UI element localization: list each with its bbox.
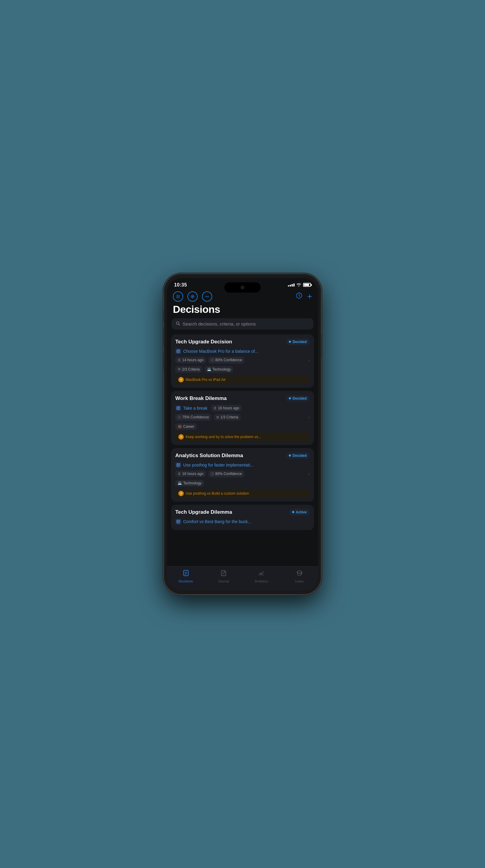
tab-decisions-label: Decisions bbox=[179, 579, 193, 583]
camera-notch bbox=[224, 282, 261, 292]
toolbar-right: + bbox=[296, 292, 312, 301]
svg-point-6 bbox=[208, 296, 209, 297]
chosen-option-2: Take a break 🗓 16 hours ago bbox=[175, 405, 310, 411]
tab-bar: Decisions Journal bbox=[167, 566, 318, 590]
page-wrapper: 10:35 bbox=[0, 0, 485, 868]
card-header-3: Analytics Solution Dilemma Decided bbox=[175, 452, 310, 459]
volume-up-button bbox=[163, 328, 164, 346]
chosen-option-3: Use posthog for faster implementati... bbox=[175, 462, 310, 468]
chosen-text-4: Comfort vs Best Bang for the buck... bbox=[183, 519, 251, 524]
criteria-icon-2: ⚙ bbox=[216, 415, 219, 419]
time-chip-3: 🗓 16 hours ago bbox=[175, 470, 206, 477]
confidence-chip-3: ⓘ 80% Confidence bbox=[208, 470, 244, 477]
tab-journal-label: Journal bbox=[218, 579, 229, 583]
info-icon-3: ⓘ bbox=[211, 472, 214, 476]
bottom-spacer bbox=[167, 561, 318, 566]
tags-row-3: 💻 Technology bbox=[175, 480, 310, 487]
calendar-icon-1: 🗓 bbox=[178, 358, 181, 362]
card-title-3: Analytics Solution Dilemma bbox=[175, 453, 243, 459]
power-button bbox=[321, 334, 322, 359]
badge-label-4: Active bbox=[296, 510, 307, 514]
svg-point-4 bbox=[205, 296, 206, 297]
chosen-option-1: Choose MacBook Pro for a balance of... bbox=[175, 348, 310, 354]
confidence-label-3: 80% Confidence bbox=[215, 472, 242, 476]
toolbar-left bbox=[173, 291, 212, 302]
category-label-3: Technology bbox=[183, 481, 202, 485]
criteria-icon-1: ⚙ bbox=[178, 367, 181, 371]
app-content[interactable]: + Decisions bbox=[167, 290, 318, 566]
tab-learn[interactable]: Learn bbox=[289, 570, 310, 583]
status-badge-2: Decided bbox=[286, 395, 310, 402]
confidence-label-2: 75% Confidence bbox=[182, 415, 209, 419]
status-badge-4: Active bbox=[289, 509, 310, 516]
search-placeholder-text: Search decisions, criteria, or options bbox=[182, 321, 256, 327]
status-badge-3: Decided bbox=[286, 452, 310, 459]
decision-card-4[interactable]: Tech Upgrade Dilemma Active bbox=[171, 505, 314, 530]
category-icon-2: 💼 bbox=[178, 425, 182, 428]
decision-card-3[interactable]: Analytics Solution Dilemma Decided bbox=[171, 448, 314, 502]
confidence-chip-2: ⓘ 75% Confidence bbox=[175, 414, 211, 421]
options-text-1: MacBook Pro vs iPad Air bbox=[186, 378, 226, 382]
tab-analytics-icon bbox=[258, 570, 265, 578]
search-container: Search decisions, criteria, or options bbox=[167, 318, 318, 334]
time-label-2: 16 hours ago bbox=[218, 406, 239, 410]
meta-row-1: 🗓 14 hours ago ⓘ 80% Confidence › bbox=[175, 357, 310, 364]
badge-dot-3 bbox=[289, 455, 291, 457]
settings-icon[interactable] bbox=[188, 291, 198, 302]
time-chip-1: 🗓 14 hours ago bbox=[175, 357, 206, 363]
calendar-icon-3: 🗓 bbox=[178, 472, 181, 475]
options-icon-1: ⚡ bbox=[178, 377, 184, 382]
svg-point-3 bbox=[192, 296, 193, 297]
history-icon[interactable] bbox=[296, 292, 303, 301]
tab-learn-icon bbox=[296, 570, 303, 578]
options-icon-3: ⚡ bbox=[178, 491, 184, 496]
add-icon[interactable]: + bbox=[307, 292, 312, 301]
tab-journal[interactable]: Journal bbox=[213, 570, 234, 583]
chosen-text-2: Take a break bbox=[183, 406, 207, 410]
criteria-label-2: 1/3 Criteria bbox=[220, 415, 238, 419]
confidence-chip-1: ⓘ 80% Confidence bbox=[208, 357, 244, 364]
chosen-icon-4 bbox=[175, 519, 181, 525]
confidence-label-1: 80% Confidence bbox=[215, 358, 242, 362]
tab-analytics[interactable]: Analytics bbox=[251, 570, 272, 583]
tab-decisions-icon bbox=[182, 570, 189, 578]
status-time: 10:35 bbox=[174, 282, 187, 288]
chevron-icon-1: › bbox=[308, 358, 310, 363]
decision-card-1[interactable]: Tech Upgrade Decision Decided bbox=[171, 334, 314, 388]
tab-decisions[interactable]: Decisions bbox=[175, 570, 197, 583]
category-chip-1: 💻 Technology bbox=[205, 366, 233, 373]
category-icon-3: 💻 bbox=[178, 481, 182, 485]
phone-screen: 10:35 bbox=[167, 278, 318, 590]
options-row-3: ⚡ Use posthog vs Build a custom solution bbox=[175, 489, 310, 498]
decision-card-2[interactable]: Work Break Dilemma Decided bbox=[171, 391, 314, 445]
more-icon[interactable] bbox=[202, 291, 212, 302]
tags-row-2: 💼 Career bbox=[175, 423, 310, 430]
badge-dot-4 bbox=[292, 511, 294, 513]
criteria-chip-1: ⚙ 2/3 Criteria bbox=[175, 366, 202, 373]
list-icon[interactable] bbox=[173, 291, 183, 302]
tab-learn-label: Learn bbox=[295, 579, 303, 583]
page-title-area: Decisions bbox=[167, 302, 318, 318]
volume-down-button bbox=[163, 352, 164, 371]
svg-line-9 bbox=[179, 324, 180, 325]
info-icon-1: ⓘ bbox=[211, 358, 214, 363]
chosen-icon-1 bbox=[175, 348, 181, 354]
chosen-text-3: Use posthog for faster implementati... bbox=[183, 463, 254, 467]
tags-row-1: ⚙ 2/3 Criteria 💻 Technology bbox=[175, 366, 310, 373]
badge-label-1: Decided bbox=[292, 340, 307, 344]
svg-point-5 bbox=[207, 296, 208, 297]
tab-analytics-label: Analytics bbox=[255, 579, 268, 583]
category-chip-2: 💼 Career bbox=[175, 423, 197, 430]
criteria-chip-2: ⚙ 1/3 Criteria bbox=[214, 414, 241, 421]
options-row-2: ⚡ Keep working and try to solve the prob… bbox=[175, 432, 310, 441]
criteria-label-1: 2/3 Criteria bbox=[182, 367, 200, 372]
status-badge-1: Decided bbox=[286, 339, 310, 345]
badge-label-2: Decided bbox=[292, 396, 307, 401]
svg-rect-26 bbox=[183, 570, 188, 576]
tab-journal-icon bbox=[220, 570, 227, 578]
phone-device: 10:35 bbox=[164, 274, 321, 594]
card-header-2: Work Break Dilemma Decided bbox=[175, 395, 310, 402]
meta-row-3: 🗓 16 hours ago ⓘ 80% Confidence › bbox=[175, 470, 310, 477]
search-bar[interactable]: Search decisions, criteria, or options bbox=[172, 318, 313, 330]
time-label-3: 16 hours ago bbox=[182, 472, 203, 476]
